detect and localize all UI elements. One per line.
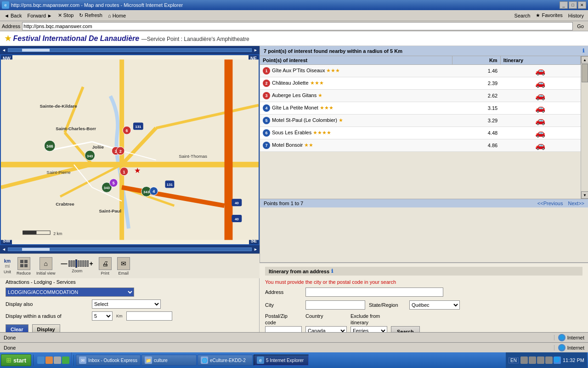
email-label: Email <box>118 271 129 276</box>
forward-btn[interactable]: Forward ► <box>25 12 54 19</box>
state-select[interactable]: Québec <box>409 300 460 310</box>
table-row[interactable]: 1Gîte Aux P'Tits Oiseaux ★★★1.46🚗 <box>260 65 581 77</box>
svg-text:131: 131 <box>135 125 141 129</box>
car-icon[interactable]: 🚗 <box>535 66 545 75</box>
scroll-right-arrow[interactable]: ► <box>254 48 258 52</box>
poi-itinerary[interactable]: 🚗 <box>500 77 580 90</box>
svg-text:Joliie: Joliie <box>92 144 104 150</box>
taskbar-ie[interactable]: e 5 Internet Explorer <box>254 355 309 366</box>
home-btn[interactable]: ⌂ Home <box>106 12 128 19</box>
table-row[interactable]: 6Sous Les Érables ★★★★4.48🚗 <box>260 127 581 139</box>
zoom-minus[interactable]: — <box>61 260 68 267</box>
email-control[interactable]: ✉ Email <box>117 257 130 276</box>
poi-itinerary[interactable]: 🚗 <box>500 102 580 115</box>
initial-view-control[interactable]: ⌂ Initial view <box>36 257 56 276</box>
favorites-btn[interactable]: ★ Favorites <box>533 12 565 19</box>
poi-km: 2.39 <box>452 77 501 90</box>
poi-header: 7 point(s) of interest found nearby with… <box>260 46 588 56</box>
poi-info-icon[interactable]: ℹ <box>582 48 584 54</box>
print-control[interactable]: 🖨 Print <box>99 257 112 276</box>
scroll-up-btn[interactable]: ▲ <box>581 56 588 63</box>
status-bar-1: Done 🌐 Internet <box>0 332 588 342</box>
email-quick-icon[interactable] <box>45 356 53 364</box>
map-container[interactable]: NW NE SW SE <box>0 54 260 245</box>
folder-quick-icon[interactable] <box>54 356 61 364</box>
quick-launch <box>35 352 72 368</box>
city-label: City <box>265 302 302 308</box>
svg-rect-10 <box>225 59 233 240</box>
zoom-slider[interactable] <box>68 259 89 268</box>
ie-taskbar-icon: e <box>257 356 264 364</box>
address-bar: Address Go <box>0 21 588 31</box>
search-toolbar-btn[interactable]: Search <box>512 12 533 19</box>
svg-rect-59 <box>24 264 28 267</box>
scroll-right-arrow2[interactable]: ► <box>254 247 258 252</box>
car-icon[interactable]: 🚗 <box>535 79 545 88</box>
maximize-btn[interactable]: □ <box>569 1 577 9</box>
mi-unit[interactable]: mi <box>5 264 10 269</box>
radius-select[interactable]: 5 <box>92 311 113 321</box>
poi-itinerary[interactable]: 🚗 <box>500 65 580 77</box>
scroll-left-arrow2[interactable]: ◄ <box>2 247 6 252</box>
poi-table-wrapper: Point(s) of interest Km Itinerary 1Gîte … <box>260 56 588 199</box>
table-row[interactable]: 5Motel St-Paul (Le Colombier) ★3.29🚗 <box>260 115 581 127</box>
itinerary-info-icon[interactable]: ℹ <box>331 268 333 274</box>
pagination-prev[interactable]: <<Previous <box>537 201 563 206</box>
poi-itinerary[interactable]: 🚗 <box>500 127 580 139</box>
car-icon[interactable]: 🚗 <box>535 91 545 100</box>
scroll-down-btn[interactable]: ▼ <box>581 191 588 199</box>
back-btn[interactable]: ◄ Back <box>2 12 24 19</box>
start-button[interactable]: ⊞ start <box>1 354 31 366</box>
table-row[interactable]: 4Gîte La Petite Monet ★★★3.15🚗 <box>260 102 581 115</box>
table-row[interactable]: 3Auberge Les Gitans ★2.62🚗 <box>260 90 581 102</box>
car-icon[interactable]: 🚗 <box>535 104 545 113</box>
taskbar-inbox[interactable]: ✉ Inbox - Outlook Express <box>76 355 141 366</box>
go-btn[interactable]: Go <box>575 23 586 30</box>
taskbar-eculture[interactable]: 🌐 eCulture-EKDD-2 <box>198 355 253 366</box>
ie-quick-icon[interactable] <box>37 356 45 364</box>
display-also-select[interactable]: Select <box>92 299 161 309</box>
reduce-icon[interactable] <box>17 257 30 270</box>
poi-scrollbar[interactable]: ▲ ▼ <box>581 56 588 199</box>
poi-itinerary[interactable]: 🚗 <box>500 115 580 127</box>
print-icon[interactable]: 🖨 <box>99 257 112 270</box>
window-controls[interactable]: _ □ ✕ <box>560 1 586 9</box>
initial-view-label: Initial view <box>36 271 56 276</box>
close-btn[interactable]: ✕ <box>578 1 586 9</box>
reduce-control[interactable]: Reduce <box>17 257 31 276</box>
scroll-thumb[interactable] <box>582 64 588 82</box>
svg-text:343: 343 <box>143 190 150 194</box>
table-row[interactable]: 7Motel Bonsoir ★★4.86🚗 <box>260 139 581 152</box>
scroll-left-arrow[interactable]: ◄ <box>2 48 6 52</box>
tray-icon-1 <box>520 356 528 364</box>
globe-icon-1: 🌐 <box>558 334 565 341</box>
table-row[interactable]: 2Château Joliette ★★★2.39🚗 <box>260 77 581 90</box>
media-quick-icon[interactable] <box>62 356 69 364</box>
city-input[interactable] <box>305 300 365 310</box>
email-icon[interactable]: ✉ <box>117 257 130 270</box>
car-icon[interactable]: 🚗 <box>535 128 545 138</box>
stop-btn[interactable]: ✕ Stop <box>56 12 76 19</box>
minimize-btn[interactable]: _ <box>560 1 568 9</box>
km-unit[interactable]: km <box>4 259 11 264</box>
radius-text-input[interactable] <box>126 311 172 321</box>
history-btn[interactable]: History <box>566 12 586 19</box>
house-icon[interactable]: ⌂ <box>40 257 52 270</box>
exclude-label2: itinerary <box>351 320 387 325</box>
window-title: http://pns.bqc.mapanswer.com - Map and r… <box>11 2 183 8</box>
festival-title: Festival International De Lanaudière <box>13 34 139 42</box>
taskbar-culture[interactable]: 📁 culture <box>141 355 197 366</box>
pagination-next[interactable]: Next>> <box>568 201 584 206</box>
map-scroll-top: ◄ ► <box>0 46 260 54</box>
refresh-btn[interactable]: ↻ Refresh <box>77 12 105 19</box>
svg-text:★: ★ <box>134 167 141 174</box>
category-select[interactable]: LODGING/ACCOMMODATION <box>6 288 134 297</box>
poi-itinerary[interactable]: 🚗 <box>500 139 580 152</box>
poi-itinerary[interactable]: 🚗 <box>500 90 580 102</box>
address-input-field[interactable] <box>305 288 443 297</box>
itinerary-header-text: Itinerary from an address <box>269 269 329 274</box>
car-icon[interactable]: 🚗 <box>535 116 545 125</box>
car-icon[interactable]: 🚗 <box>535 141 545 150</box>
zoom-plus[interactable]: + <box>90 260 93 267</box>
address-input[interactable] <box>22 22 573 30</box>
